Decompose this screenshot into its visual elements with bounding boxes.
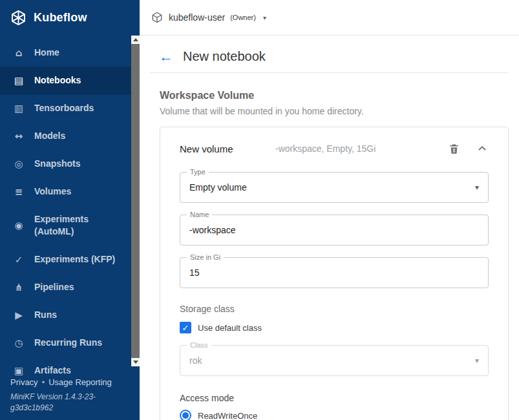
sidebar-item-label: Models	[34, 130, 65, 142]
main-area: kubeflow-user (Owner) ▾ ← New notebook W…	[140, 0, 519, 420]
sidebar-item-pipelines[interactable]: ⋔ Pipelines	[0, 273, 131, 301]
size-value: 15	[189, 268, 479, 278]
sidebar-item-label: Volumes	[34, 185, 71, 198]
namespace-caret-icon: ▾	[263, 14, 266, 21]
snapshots-icon: ◎	[12, 158, 26, 170]
page-header: ← New notebook	[150, 36, 509, 73]
sidebar-item-runs[interactable]: ▶ Runs	[0, 301, 131, 329]
section-subtitle: Volume that will be mounted in you home …	[160, 106, 509, 116]
scrollbar-thumb[interactable]	[131, 44, 140, 358]
sidebar-item-label: Experiments (KFP)	[34, 253, 115, 266]
sidebar-nav: ⌂ Home ▤ Notebooks ▥ Tensorboards ↔ Mode…	[0, 39, 140, 384]
checkbox-label: Use default class	[198, 323, 262, 333]
usage-reporting-link[interactable]: Usage Reporting	[48, 377, 112, 387]
artifacts-icon: ▣	[12, 365, 26, 377]
type-value: Empty volume	[189, 182, 475, 193]
sidebar-footer: Privacy•Usage Reporting MiniKF Version 1…	[10, 377, 129, 414]
workspace-volume-section: Workspace Volume Volume that will be mou…	[160, 90, 509, 116]
page-title: New notebook	[183, 49, 266, 64]
name-field[interactable]: Name -workspace	[180, 215, 489, 246]
class-label: Class	[187, 341, 211, 350]
sidebar-item-label: Pipelines	[34, 281, 74, 293]
storage-class-label: Storage class	[180, 304, 489, 314]
volume-card-header: New volume -workspace, Empty, 15Gi	[180, 142, 489, 155]
type-select[interactable]: Type Empty volume ▾	[180, 172, 489, 203]
recurring-runs-icon: ◷	[12, 337, 26, 349]
scroll-down-arrow-icon[interactable]	[131, 358, 140, 366]
volume-card-summary: -workspace, Empty, 15Gi	[275, 143, 432, 154]
sidebar-item-recurring-runs[interactable]: ◷ Recurring Runs	[0, 329, 131, 357]
sidebar-item-label: Home	[34, 47, 59, 59]
name-value: -workspace	[189, 225, 479, 235]
scroll-up-arrow-icon[interactable]	[131, 36, 140, 44]
radio-readwriteonce[interactable]: ReadWriteOnce	[180, 410, 489, 420]
namespace-name: kubeflow-user	[169, 12, 225, 23]
sidebar-item-tensorboards[interactable]: ▥ Tensorboards	[0, 94, 131, 122]
tensorboards-icon: ▥	[12, 103, 26, 114]
sidebar-item-label: Experiments (AutoML)	[34, 213, 128, 238]
sidebar-item-home[interactable]: ⌂ Home	[0, 39, 131, 67]
kubeflow-logo-icon	[10, 9, 27, 26]
sidebar-item-label: Tensorboards	[34, 102, 94, 114]
sidebar-item-experiments-automl[interactable]: ◉ Experiments (AutoML)	[0, 205, 131, 246]
namespace-selector[interactable]: kubeflow-user (Owner) ▾	[151, 11, 266, 24]
name-label: Name	[187, 211, 212, 219]
checkbox-checked-icon: ✓	[180, 322, 191, 333]
sidebar-scrollbar[interactable]	[131, 36, 140, 366]
sidebar-item-volumes[interactable]: ≡ Volumes	[0, 178, 131, 205]
volume-card-title: New volume	[180, 143, 275, 154]
trash-icon	[448, 143, 460, 155]
namespace-cube-icon	[151, 11, 164, 24]
sidebar-item-experiments-kfp[interactable]: ✓ Experiments (KFP)	[0, 246, 131, 273]
kubeflow-logo[interactable]: Kubeflow	[0, 0, 140, 36]
privacy-link[interactable]: Privacy	[10, 377, 38, 387]
type-label: Type	[187, 168, 209, 176]
logo-text: Kubeflow	[34, 11, 87, 25]
models-icon: ↔	[12, 131, 26, 142]
size-label: Size in Gi	[187, 253, 224, 262]
home-icon: ⌂	[12, 47, 26, 59]
sidebar-item-label: Recurring Runs	[34, 337, 102, 349]
runs-icon: ▶	[12, 310, 26, 321]
version-text: MiniKF Version 1.4.3-23- g3d3c1b962	[10, 392, 129, 414]
sidebar-item-label: Snapshots	[34, 158, 81, 170]
use-default-class-checkbox[interactable]: ✓ Use default class	[180, 322, 489, 333]
namespace-owner: (Owner)	[230, 14, 256, 21]
notebooks-icon: ▤	[12, 75, 26, 87]
footer-bullet: •	[42, 377, 45, 387]
sidebar-item-notebooks[interactable]: ▤ Notebooks	[0, 67, 131, 94]
sidebar-item-label: Runs	[34, 309, 57, 321]
radio-selected-icon	[180, 410, 191, 420]
volumes-icon: ≡	[12, 186, 26, 198]
sidebar: Kubeflow ⌂ Home ▤ Notebooks ▥ Tensorboar…	[0, 0, 140, 420]
back-button[interactable]: ←	[159, 50, 173, 64]
sidebar-item-label: Notebooks	[34, 74, 81, 87]
experiments-automl-icon: ◉	[12, 220, 26, 231]
chevron-up-icon	[476, 142, 489, 155]
class-select: Class rok ▾	[180, 345, 489, 376]
topbar: kubeflow-user (Owner) ▾	[140, 0, 519, 36]
radio-label: ReadWriteOnce	[198, 411, 257, 420]
section-title: Workspace Volume	[160, 90, 509, 101]
size-field[interactable]: Size in Gi 15	[180, 257, 489, 288]
collapse-panel-button[interactable]	[476, 142, 489, 155]
delete-volume-button[interactable]	[448, 143, 460, 155]
dropdown-arrow-icon: ▾	[475, 356, 479, 365]
experiments-kfp-icon: ✓	[12, 254, 26, 266]
content: ← New notebook Workspace Volume Volume t…	[140, 36, 519, 420]
pipelines-icon: ⋔	[12, 282, 26, 293]
sidebar-item-snapshots[interactable]: ◎ Snapshots	[0, 150, 131, 178]
dropdown-arrow-icon: ▾	[475, 183, 479, 192]
workspace-volume-card: New volume -workspace, Empty, 15Gi Type …	[160, 127, 509, 420]
access-mode-label: Access mode	[180, 393, 489, 403]
sidebar-item-label: Artifacts	[34, 364, 71, 377]
class-value: rok	[189, 355, 475, 366]
sidebar-item-models[interactable]: ↔ Models	[0, 122, 131, 150]
